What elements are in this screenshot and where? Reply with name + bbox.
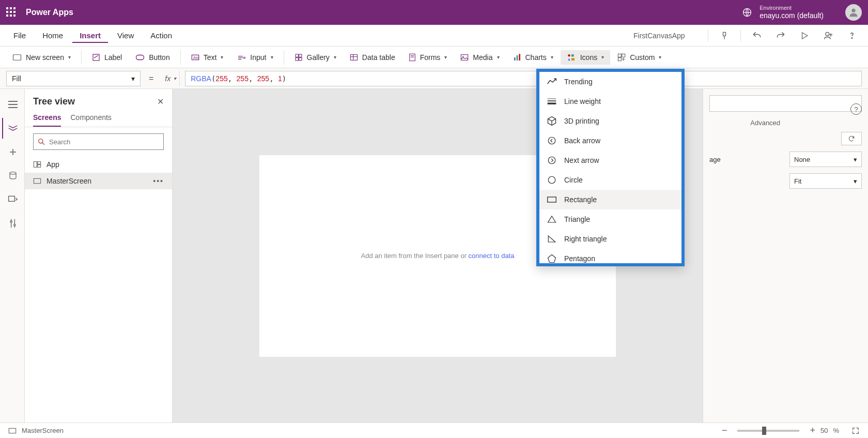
formula-bar: Fill ▾ = fx▾ RGBA(255, 255, 255, 1): [0, 68, 868, 89]
property-category-select[interactable]: [709, 95, 862, 112]
button-button[interactable]: Button: [129, 50, 176, 65]
more-icon[interactable]: •••: [153, 177, 164, 185]
media-menu[interactable]: Media ▾: [454, 50, 505, 65]
zoom-in-button[interactable]: +: [810, 425, 815, 436]
icon-option-next-arrow[interactable]: Next arrow: [539, 150, 681, 170]
icon-option-right-triangle[interactable]: Right triangle: [539, 229, 681, 249]
label-icon: [92, 53, 100, 62]
icon-option-triangle[interactable]: Triangle: [539, 209, 681, 229]
equals-sign: =: [146, 74, 157, 83]
charts-menu[interactable]: Charts ▾: [507, 50, 560, 65]
user-avatar[interactable]: [845, 4, 862, 21]
icon-option-label: Rectangle: [564, 195, 597, 204]
advanced-tools-button[interactable]: [2, 213, 23, 234]
svg-rect-33: [571, 54, 574, 57]
svg-rect-56: [38, 165, 41, 168]
tab-components[interactable]: Components: [70, 113, 111, 127]
play-button[interactable]: [795, 26, 814, 46]
media-pane-button[interactable]: [2, 189, 23, 210]
svg-marker-71: [548, 236, 555, 242]
close-icon[interactable]: ✕: [157, 97, 164, 107]
environment-picker[interactable]: Environment enayu.com (default): [760, 5, 824, 20]
icon-option-label: Next arrow: [564, 156, 599, 164]
app-launcher-icon[interactable]: [6, 7, 17, 18]
insert-ribbon: New screen ▾ Label Button Abc Text ▾ Inp…: [0, 47, 868, 68]
menu-insert[interactable]: Insert: [72, 28, 108, 43]
gallery-menu[interactable]: Gallery ▾: [288, 50, 343, 65]
search-input[interactable]: [49, 138, 159, 146]
tree-search[interactable]: [33, 133, 164, 150]
fx-label[interactable]: fx▾: [162, 71, 180, 86]
icon-option-circle[interactable]: Circle: [539, 170, 681, 190]
app-name-field[interactable]: FirstCanvasApp: [629, 29, 702, 42]
zoom-out-button[interactable]: −: [722, 425, 727, 436]
icons-menu[interactable]: Icons ▾: [561, 50, 610, 65]
prop-bg-image-label: age: [709, 156, 721, 163]
fit-to-window-button[interactable]: [851, 427, 860, 435]
separator: [81, 50, 82, 65]
menu-action[interactable]: Action: [143, 28, 179, 43]
fit-select[interactable]: Fit▾: [789, 173, 862, 189]
menu-view[interactable]: View: [110, 28, 141, 43]
svg-rect-24: [409, 54, 415, 61]
tab-advanced[interactable]: Advanced: [750, 119, 780, 127]
icon-option-rectangle[interactable]: Rectangle: [539, 190, 681, 209]
charts-label: Charts: [525, 53, 547, 62]
svg-rect-30: [516, 55, 518, 61]
svg-point-67: [548, 157, 555, 164]
text-menu[interactable]: Abc Text ▾: [185, 50, 230, 65]
svg-point-46: [10, 172, 16, 175]
menu-home[interactable]: Home: [35, 28, 70, 43]
icon-option-3d-printing[interactable]: 3D printing: [539, 111, 681, 131]
icon-option-line-weight[interactable]: Line weight: [539, 92, 681, 111]
tab-screens[interactable]: Screens: [33, 113, 61, 127]
svg-point-32: [568, 54, 570, 57]
tree-item-app[interactable]: App: [25, 156, 172, 173]
chevron-down-icon: ▾: [444, 54, 447, 60]
icon-option-trending[interactable]: Trending: [539, 72, 681, 92]
redo-button[interactable]: [771, 26, 791, 46]
input-icon: [237, 54, 246, 61]
forms-menu[interactable]: Forms ▾: [402, 50, 454, 65]
svg-rect-54: [34, 162, 37, 168]
data-table-button[interactable]: Data table: [344, 50, 401, 65]
svg-rect-8: [93, 54, 99, 61]
property-selector[interactable]: Fill ▾: [6, 71, 141, 86]
line-weight-icon: [547, 96, 557, 107]
chevron-down-icon: ▾: [271, 54, 273, 60]
panel-help-icon[interactable]: ?: [850, 103, 862, 115]
data-pane-button[interactable]: [2, 165, 23, 186]
custom-menu[interactable]: Custom ▾: [611, 50, 668, 65]
tree-view-button[interactable]: [2, 118, 23, 139]
hamburger-button[interactable]: [2, 94, 23, 115]
app-checker-icon[interactable]: [715, 26, 734, 46]
chevron-down-icon: ▾: [497, 54, 500, 60]
insert-pane-button[interactable]: [2, 142, 23, 162]
screen-icon: [33, 177, 41, 185]
icon-option-pentagon[interactable]: Pentagon: [539, 249, 681, 263]
tree-item-masterscreen[interactable]: MasterScreen •••: [25, 173, 172, 189]
svg-rect-20: [299, 57, 301, 60]
help-button[interactable]: [842, 26, 862, 46]
undo-button[interactable]: [747, 26, 767, 46]
separator: [180, 50, 181, 65]
icon-option-back-arrow[interactable]: Back arrow: [539, 131, 681, 150]
tree-item-label: App: [47, 160, 59, 169]
svg-text:Abc: Abc: [193, 55, 199, 59]
text-label: Text: [204, 53, 217, 62]
share-button[interactable]: [818, 26, 838, 46]
formula-fn: RGBA: [191, 74, 211, 83]
input-menu[interactable]: Input ▾: [230, 50, 279, 65]
button-icon: [135, 54, 145, 61]
new-screen-button[interactable]: New screen ▾: [6, 50, 77, 65]
chevron-down-icon: ▾: [601, 54, 604, 60]
svg-rect-31: [519, 54, 520, 61]
menu-file[interactable]: File: [6, 28, 33, 43]
connect-data-link[interactable]: connect to data: [469, 252, 515, 260]
bg-image-select[interactable]: None▾: [789, 152, 862, 167]
refresh-button[interactable]: [841, 132, 862, 145]
formula-input[interactable]: RGBA(255, 255, 255, 1): [185, 71, 862, 86]
icon-option-label: Pentagon: [564, 254, 595, 263]
label-button[interactable]: Label: [86, 50, 128, 65]
zoom-slider[interactable]: [737, 430, 799, 432]
